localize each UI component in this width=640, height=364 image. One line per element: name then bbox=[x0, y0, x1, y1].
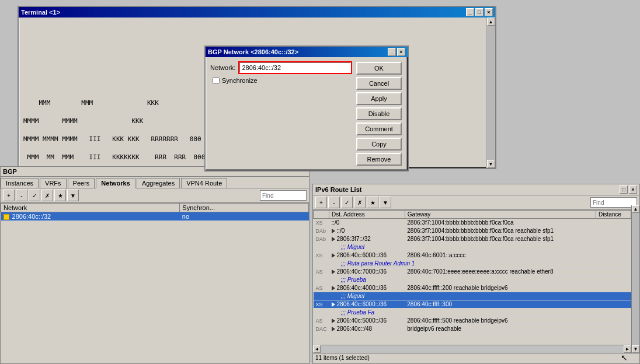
col-sync[interactable]: Synchron... bbox=[180, 204, 309, 212]
scroll-up[interactable]: ▲ bbox=[487, 18, 495, 26]
cell-dst: 2806:40c:6000::/36 bbox=[329, 300, 405, 309]
scroll-down[interactable]: ▼ bbox=[487, 160, 495, 168]
arrow-icon bbox=[332, 229, 335, 233]
ipv6-find-input[interactable] bbox=[590, 197, 637, 208]
terminal-title: Terminal <1> bbox=[21, 9, 60, 16]
cell-distance bbox=[596, 227, 631, 235]
table-row[interactable]: AS 2806:40c:5000::/36 2806:40c:ffff::500… bbox=[314, 317, 631, 325]
table-row[interactable]: 2806:40c::/32 no bbox=[1, 212, 309, 221]
ipv6-titlebar: IPv6 Route List □ × bbox=[313, 184, 639, 195]
cell-dst: 2806:40c::/48 bbox=[329, 325, 405, 333]
table-row[interactable]: XS 2806:40c:6000::/36 2806:40c:6001::a:c… bbox=[314, 251, 631, 260]
table-row[interactable]: DAC 2806:40c::/48 bridgeipv6 reachable bbox=[314, 325, 631, 333]
scroll-right-arrow[interactable]: ► bbox=[624, 345, 631, 353]
cell-comment: ;;; Miguel bbox=[329, 243, 631, 251]
ipv6-filter[interactable]: ▼ bbox=[380, 197, 391, 208]
x-button[interactable]: ✗ bbox=[41, 190, 53, 201]
cell-distance bbox=[596, 268, 631, 276]
ok-button[interactable]: OK bbox=[356, 62, 402, 75]
table-row: ;;; Prueba Fa bbox=[314, 309, 631, 317]
filter-button[interactable]: ▼ bbox=[67, 190, 79, 201]
cell-gateway: 2806:40c:ffff::200 reachable bridgeipv6 bbox=[405, 284, 596, 292]
remove-button-toolbar[interactable]: - bbox=[16, 190, 27, 201]
cell-distance bbox=[596, 317, 631, 325]
ipv6-close[interactable]: × bbox=[629, 186, 637, 194]
cell-gateway: 2806:3f7:1004:bbbb:bbbb:bbbb:f0ca:f0ca bbox=[405, 219, 596, 227]
dialog-body: Network: Synchronize OK Cancel Apply Dis… bbox=[206, 57, 408, 170]
ipv6-scrollbar-v[interactable]: ▲ ▼ bbox=[631, 205, 639, 353]
tab-peers[interactable]: Peers bbox=[68, 178, 95, 188]
col-network[interactable]: Network bbox=[1, 204, 180, 212]
tab-vrfs[interactable]: VRFs bbox=[40, 178, 67, 188]
terminal-scrollbar: ▲ ▼ bbox=[486, 18, 495, 168]
cell-type: XS bbox=[314, 251, 329, 260]
table-row-selected[interactable]: XS 2806:40c:6000::/36 2806:40c:ffff::300 bbox=[314, 300, 631, 309]
dialog-close[interactable]: × bbox=[397, 48, 405, 56]
arrow-icon bbox=[332, 253, 335, 258]
dialog-minimize[interactable]: _ bbox=[388, 48, 396, 56]
ipv6-add[interactable]: + bbox=[315, 197, 327, 208]
tab-networks[interactable]: Networks bbox=[96, 178, 135, 188]
tab-aggregates[interactable]: Aggregates bbox=[137, 178, 180, 188]
arrow-icon bbox=[332, 327, 335, 331]
synchronize-row: Synchronize bbox=[213, 77, 352, 84]
cell-distance bbox=[596, 300, 631, 309]
arrow-icon bbox=[332, 286, 335, 290]
table-row[interactable]: DAb 2806:3f7::/32 2806:3f7:1004:bbbb:bbb… bbox=[314, 235, 631, 243]
cell-distance bbox=[596, 251, 631, 260]
table-row[interactable]: AS 2806:40c:4000::/36 2806:40c:ffff::200… bbox=[314, 284, 631, 292]
maximize-button[interactable]: □ bbox=[475, 8, 484, 16]
ipv6-x[interactable]: ✗ bbox=[354, 197, 366, 208]
col-gateway[interactable]: Gateway bbox=[405, 211, 596, 219]
star-button[interactable]: ★ bbox=[54, 190, 66, 201]
cell-type: XS bbox=[314, 219, 329, 227]
scroll-left-arrow[interactable]: ◄ bbox=[313, 345, 321, 353]
bgp-toolbar: + - ✓ ✗ ★ ▼ bbox=[1, 188, 309, 203]
network-input[interactable] bbox=[239, 62, 352, 74]
cell-dst: 2806:40c:5000::/36 bbox=[329, 317, 405, 325]
table-row[interactable]: DAb ::/0 2806:3f7:1004:bbbb:bbbb:bbbb:f0… bbox=[314, 227, 631, 235]
ipv6-table-container: Dst. Address Gateway Distance XS ::/0 28… bbox=[313, 210, 639, 333]
minimize-button[interactable]: _ bbox=[466, 8, 474, 16]
add-button[interactable]: + bbox=[3, 190, 15, 201]
disable-button[interactable]: Disable bbox=[356, 107, 402, 120]
cell-comment: ;;; Prueba Fa bbox=[329, 309, 631, 317]
copy-button[interactable]: Copy bbox=[356, 138, 402, 150]
ipv6-controls: □ × bbox=[620, 186, 637, 194]
cell-type: AS bbox=[314, 317, 329, 325]
col-dst[interactable]: Dst. Address bbox=[329, 211, 405, 219]
cell-network: 2806:40c::/32 bbox=[1, 212, 180, 221]
table-row[interactable]: AS 2806:40c:7000::/36 2806:40c:7001:eeee… bbox=[314, 268, 631, 276]
ipv6-scrollbar-h[interactable]: ◄ ► bbox=[313, 345, 631, 353]
ipv6-star[interactable]: ★ bbox=[367, 197, 378, 208]
comment-button[interactable]: Comment bbox=[356, 123, 402, 135]
ipv6-maximize[interactable]: □ bbox=[620, 186, 628, 194]
cell-sync: no bbox=[180, 212, 309, 221]
cancel-button[interactable]: Cancel bbox=[356, 77, 402, 90]
bgp-title-text: BGP bbox=[3, 168, 17, 175]
apply-button[interactable]: Apply bbox=[356, 92, 402, 105]
col-distance[interactable]: Distance bbox=[596, 211, 631, 219]
scroll-up-arrow[interactable]: ▲ bbox=[632, 205, 639, 213]
cell-dst: 2806:3f7::/32 bbox=[329, 235, 405, 243]
cell-gateway: 2806:3f7:1004:bbbb:bbbb:bbbb:f0ca:f0ca r… bbox=[405, 227, 596, 235]
find-input[interactable] bbox=[260, 190, 307, 201]
cell-type bbox=[314, 309, 329, 317]
cell-gateway: 2806:3f7:1004:bbbb:bbbb:bbbb:f0ca:f0ca r… bbox=[405, 235, 596, 243]
ipv6-check[interactable]: ✓ bbox=[341, 197, 353, 208]
cell-dst: 2806:40c:6000::/36 bbox=[329, 251, 405, 260]
cell-dst: ::/0 bbox=[329, 227, 405, 235]
scroll-down-arrow[interactable]: ▼ bbox=[632, 345, 639, 353]
table-row-selected-comment: ;;; Miguel bbox=[314, 292, 631, 300]
cell-type: DAb bbox=[314, 235, 329, 243]
check-button[interactable]: ✓ bbox=[29, 190, 40, 201]
scroll-track bbox=[487, 26, 495, 160]
close-button[interactable]: × bbox=[485, 8, 493, 16]
synchronize-checkbox[interactable] bbox=[213, 77, 220, 84]
tab-vpn4[interactable]: VPN4 Route bbox=[181, 178, 227, 188]
ipv6-remove[interactable]: - bbox=[328, 197, 340, 208]
arrow-icon bbox=[332, 270, 335, 274]
tab-instances[interactable]: Instances bbox=[1, 178, 39, 188]
table-row[interactable]: XS ::/0 2806:3f7:1004:bbbb:bbbb:bbbb:f0c… bbox=[314, 219, 631, 227]
remove-button[interactable]: Remove bbox=[356, 153, 402, 166]
